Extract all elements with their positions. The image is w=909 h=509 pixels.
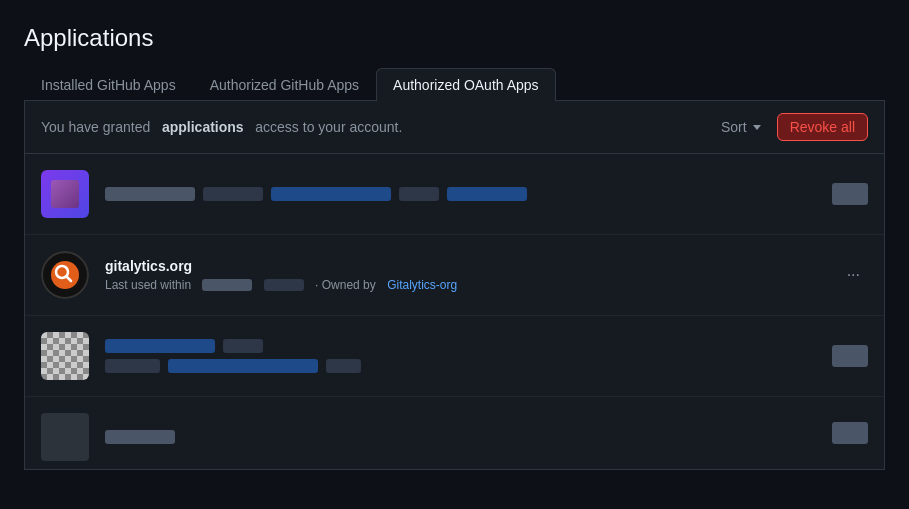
redacted-d3 bbox=[326, 359, 361, 373]
info-text: You have granted applications access to … bbox=[41, 119, 402, 135]
info-bold: applications bbox=[162, 119, 244, 135]
list-item bbox=[25, 397, 884, 469]
redacted-button bbox=[832, 345, 868, 367]
page-title: Applications bbox=[24, 24, 885, 52]
redacted-date bbox=[202, 279, 252, 291]
avatar bbox=[41, 413, 89, 461]
page-container: Applications Installed GitHub Apps Autho… bbox=[0, 0, 909, 470]
info-bar: You have granted applications access to … bbox=[25, 101, 884, 154]
owned-by-text: · Owned by bbox=[315, 278, 376, 292]
redacted-name bbox=[105, 430, 175, 444]
redacted-name bbox=[105, 187, 195, 201]
last-used-prefix: Last used within bbox=[105, 278, 191, 292]
chevron-down-icon bbox=[753, 125, 761, 130]
tab-authorized-github-apps[interactable]: Authorized GitHub Apps bbox=[193, 68, 376, 101]
app-name-row bbox=[105, 187, 868, 201]
sort-button[interactable]: Sort bbox=[713, 115, 769, 139]
app-actions bbox=[832, 345, 868, 367]
redacted-d1 bbox=[105, 359, 160, 373]
avatar bbox=[41, 332, 89, 380]
three-dots-button[interactable]: ··· bbox=[839, 262, 868, 288]
sort-label: Sort bbox=[721, 119, 747, 135]
app-name-row bbox=[105, 430, 868, 444]
redacted-date2 bbox=[264, 279, 304, 291]
app-info bbox=[105, 187, 868, 201]
app-details: Last used within · Owned by Gitalytics-o… bbox=[105, 278, 868, 292]
info-actions: Sort Revoke all bbox=[713, 113, 868, 141]
gitalytics-icon bbox=[41, 251, 89, 299]
redacted-text bbox=[223, 339, 263, 353]
content-area: You have granted applications access to … bbox=[24, 101, 885, 470]
redacted-button bbox=[832, 183, 868, 205]
list-item bbox=[25, 316, 884, 397]
redacted-extra bbox=[399, 187, 439, 201]
redacted-link bbox=[447, 187, 527, 201]
avatar bbox=[41, 170, 89, 218]
app-actions bbox=[832, 183, 868, 205]
info-suffix: access to your account. bbox=[255, 119, 402, 135]
app-name-row bbox=[105, 339, 868, 353]
redacted-d2 bbox=[168, 359, 318, 373]
list-item bbox=[25, 154, 884, 235]
app-actions: ··· bbox=[839, 262, 868, 288]
tabs-nav: Installed GitHub Apps Authorized GitHub … bbox=[24, 68, 885, 101]
redacted-name bbox=[105, 339, 215, 353]
list-item: gitalytics.org Last used within · Owned … bbox=[25, 235, 884, 316]
redacted-text bbox=[203, 187, 263, 201]
app-info bbox=[105, 339, 868, 373]
app-name: gitalytics.org bbox=[105, 258, 868, 274]
app-actions bbox=[832, 422, 868, 444]
redacted-button bbox=[832, 422, 868, 444]
app-info bbox=[105, 430, 868, 444]
svg-point-1 bbox=[51, 261, 79, 289]
app-icon bbox=[51, 180, 79, 208]
tab-installed-github-apps[interactable]: Installed GitHub Apps bbox=[24, 68, 193, 101]
revoke-all-button[interactable]: Revoke all bbox=[777, 113, 868, 141]
avatar bbox=[41, 251, 89, 299]
redacted-detail bbox=[271, 187, 391, 201]
app-details-row bbox=[105, 359, 868, 373]
owner-link[interactable]: Gitalytics-org bbox=[387, 278, 457, 292]
info-prefix: You have granted bbox=[41, 119, 150, 135]
tab-authorized-oauth-apps[interactable]: Authorized OAuth Apps bbox=[376, 68, 556, 101]
app-name-link[interactable]: gitalytics.org bbox=[105, 258, 192, 274]
app-info: gitalytics.org Last used within · Owned … bbox=[105, 258, 868, 292]
gitalytics-svg bbox=[47, 257, 83, 293]
